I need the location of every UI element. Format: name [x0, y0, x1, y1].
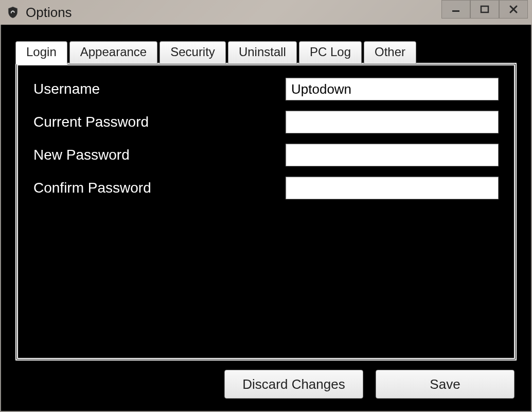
row-current-password: Current Password — [33, 111, 499, 133]
input-new-password[interactable] — [286, 144, 499, 166]
row-username: Username — [33, 78, 499, 100]
svg-rect-0 — [452, 10, 459, 12]
tab-login[interactable]: Login — [15, 41, 67, 64]
app-shield-icon — [6, 6, 20, 19]
input-username[interactable] — [286, 78, 499, 100]
tab-panel-login: Username Current Password New Password C… — [15, 63, 517, 360]
dialog-buttons: Discard Changes Save — [15, 370, 517, 399]
svg-rect-1 — [481, 6, 488, 12]
maximize-button[interactable] — [470, 0, 499, 19]
label-current-password: Current Password — [33, 114, 286, 130]
window-title: Options — [26, 5, 72, 21]
label-confirm-password: Confirm Password — [33, 180, 286, 196]
options-window: Options Login Appearance Security Uninst… — [0, 0, 532, 412]
save-button[interactable]: Save — [376, 370, 515, 399]
window-controls — [441, 0, 528, 19]
close-button[interactable] — [499, 0, 528, 19]
tabs-row: Login Appearance Security Uninstall PC L… — [15, 41, 517, 63]
titlebar: Options — [0, 0, 532, 25]
tab-uninstall[interactable]: Uninstall — [228, 41, 297, 63]
tab-security[interactable]: Security — [159, 41, 226, 63]
label-username: Username — [33, 81, 286, 97]
minimize-button[interactable] — [441, 0, 470, 19]
input-confirm-password[interactable] — [286, 177, 499, 199]
tab-pclog[interactable]: PC Log — [299, 41, 362, 63]
client-area: Login Appearance Security Uninstall PC L… — [0, 25, 532, 412]
label-new-password: New Password — [33, 147, 286, 163]
tab-appearance[interactable]: Appearance — [69, 41, 157, 63]
row-confirm-password: Confirm Password — [33, 177, 499, 199]
discard-button[interactable]: Discard Changes — [224, 370, 363, 399]
tab-other[interactable]: Other — [364, 41, 416, 63]
input-current-password[interactable] — [286, 111, 499, 133]
row-new-password: New Password — [33, 144, 499, 166]
